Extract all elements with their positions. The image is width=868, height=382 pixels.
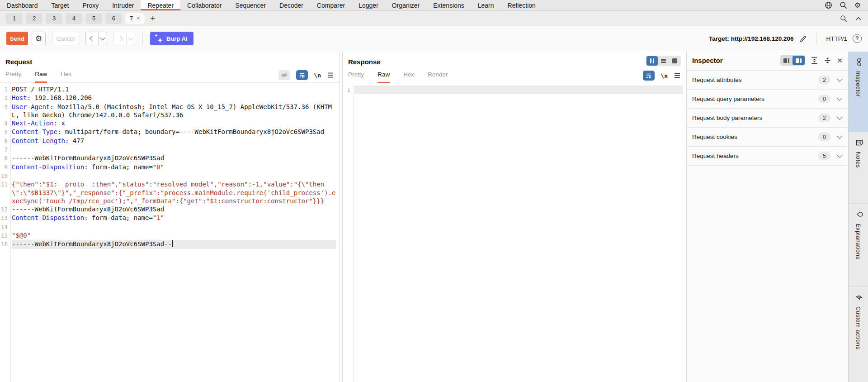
back-dropdown[interactable] — [98, 32, 107, 45]
menubar-item-sequencer[interactable]: Sequencer — [228, 0, 273, 10]
editor-line[interactable]: 1POST / HTTP/1.1 — [0, 85, 340, 94]
help-icon[interactable]: ? — [853, 34, 862, 43]
menubar-item-organizer[interactable]: Organizer — [385, 0, 426, 10]
menu-icon[interactable] — [674, 72, 681, 79]
globe-icon[interactable] — [825, 1, 832, 9]
repeater-tab-5[interactable]: 5 — [85, 13, 102, 24]
dock-right-button[interactable] — [793, 56, 805, 65]
menubar-item-logger[interactable]: Logger — [352, 0, 385, 10]
request-tab-pretty[interactable]: Pretty — [5, 71, 21, 82]
response-title: Response — [348, 56, 381, 66]
tab-label: 6 — [112, 15, 115, 22]
word-wrap-toggle[interactable] — [296, 70, 308, 80]
editor-line[interactable]: 9Content-Disposition: form-data; name="0… — [0, 163, 340, 172]
protocol-label[interactable]: HTTP/1 — [826, 35, 847, 42]
editor-line[interactable]: 4Next-Action: x — [0, 119, 340, 128]
send-button[interactable]: Send — [6, 32, 28, 45]
layout-tabs-button[interactable] — [669, 56, 680, 66]
menubar-item-decoder[interactable]: Decoder — [273, 0, 310, 10]
inspector-header-icons: ✕ — [780, 55, 843, 66]
layout-rows-button[interactable] — [658, 56, 669, 66]
back-button[interactable] — [86, 32, 98, 45]
dock-left-button[interactable] — [780, 56, 793, 65]
request-tab-raw[interactable]: Raw — [35, 71, 47, 83]
chevron-up-icon[interactable] — [855, 16, 862, 21]
editor-line[interactable]: 5Content-Type: multipart/form-data; boun… — [0, 128, 340, 136]
request-editor[interactable]: 1POST / HTTP/1.12Host: 192.168.120.2063U… — [0, 83, 340, 382]
pencil-icon[interactable] — [799, 34, 807, 43]
expand-all-icon[interactable] — [811, 57, 818, 64]
response-editor[interactable]: 1 — [343, 83, 686, 382]
sidebar-tab-custom-actions[interactable]: Custom actions — [849, 287, 868, 373]
menubar-item-dashboard[interactable]: Dashboard — [0, 0, 45, 10]
repeater-tab-4[interactable]: 4 — [66, 13, 82, 24]
editor-line[interactable]: 13Content-Disposition: form-data; name="… — [0, 214, 340, 222]
menu-icon[interactable] — [327, 72, 334, 78]
line-number: 6 — [0, 137, 8, 145]
gear-icon[interactable]: ⚙ — [854, 1, 861, 10]
tab-label: 3 — [52, 15, 56, 22]
editor-line[interactable]: 16------WebKitFormBoundaryx8jO2oVc6SWP3S… — [0, 240, 340, 248]
close-icon[interactable]: ✕ — [136, 15, 140, 21]
editor-line[interactable]: 3User-Agent: Mozilla/5.0 (Macintosh; Int… — [0, 103, 340, 119]
menubar-item-comparer[interactable]: Comparer — [310, 0, 352, 10]
request-tab-hex[interactable]: Hex — [61, 71, 71, 82]
menubar-item-collaborator[interactable]: Collaborator — [180, 0, 228, 10]
cancel-button[interactable]: Cancel — [52, 32, 79, 45]
line-content: Host: 192.168.120.206 — [12, 94, 336, 102]
editor-line[interactable]: 7 — [0, 145, 340, 154]
main-area: Request PrettyRawHex \n 1POST / HTTP/1.1… — [0, 52, 868, 382]
layout-columns-button[interactable] — [646, 56, 658, 66]
editor-line[interactable]: 12------WebKitFormBoundaryx8jO2oVc6SWP3S… — [0, 205, 340, 214]
show-newlines-button[interactable]: \n — [660, 72, 668, 79]
forward-button[interactable] — [114, 32, 126, 45]
menubar-item-proxy[interactable]: Proxy — [75, 0, 105, 10]
close-icon[interactable]: ✕ — [837, 57, 843, 65]
repeater-tab-1[interactable]: 1 — [6, 13, 23, 24]
editor-line[interactable]: 1 — [343, 86, 686, 94]
repeater-tab-2[interactable]: 2 — [26, 13, 42, 24]
menubar-item-intruder[interactable]: Intruder — [105, 0, 141, 10]
repeater-tab-7[interactable]: 7✕ — [125, 13, 145, 24]
line-number: 1 — [0, 85, 8, 94]
repeater-tab-6[interactable]: 6 — [105, 13, 122, 24]
inspector-section-request-attributes[interactable]: Request attributes 2 — [687, 71, 848, 90]
search-icon[interactable] — [840, 1, 847, 9]
menubar-item-target[interactable]: Target — [45, 0, 76, 10]
collapse-all-icon[interactable] — [824, 57, 831, 64]
inspector-section-request-body-parameters[interactable]: Request body parameters 2 — [687, 109, 848, 128]
response-tab-hex[interactable]: Hex — [403, 71, 414, 83]
editor-line[interactable]: 10 — [0, 172, 340, 180]
sidebar-tab-inspector[interactable]: Inspector — [849, 52, 868, 132]
burp-ai-button[interactable]: ✦✦ Burp AI — [150, 32, 193, 45]
menubar-item-learn[interactable]: Learn — [471, 0, 501, 10]
word-wrap-toggle[interactable] — [643, 71, 655, 81]
history-forward-group — [113, 32, 135, 45]
hide-nonprintable-button[interactable] — [278, 70, 290, 80]
send-settings-button[interactable]: ⚙ — [32, 32, 46, 45]
forward-dropdown[interactable] — [126, 32, 135, 45]
menubar-item-repeater[interactable]: Repeater — [141, 0, 180, 10]
repeater-tab-3[interactable]: 3 — [46, 13, 62, 24]
line-content: ------WebKitFormBoundaryx8jO2oVc6SWP3Sad — [12, 154, 336, 162]
editor-line[interactable]: 2Host: 192.168.120.206 — [0, 94, 340, 102]
new-tab-button[interactable]: + — [150, 14, 155, 23]
inspector-section-request-headers[interactable]: Request headers 5 — [687, 147, 848, 166]
response-tab-raw[interactable]: Raw — [377, 71, 390, 83]
inspector-section-request-cookies[interactable]: Request cookies 0 — [687, 128, 848, 147]
editor-line[interactable]: 8------WebKitFormBoundaryx8jO2oVc6SWP3Sa… — [0, 154, 340, 162]
search-icon[interactable] — [840, 15, 847, 22]
editor-line[interactable]: 14 — [0, 223, 340, 231]
response-tab-pretty[interactable]: Pretty — [348, 71, 364, 83]
menubar-item-reflection[interactable]: Reflection — [501, 0, 542, 10]
inspector-section-request-query-parameters[interactable]: Request query parameters 0 — [687, 90, 848, 109]
wrap-icon — [298, 72, 306, 79]
show-newlines-button[interactable]: \n — [314, 72, 321, 79]
editor-line[interactable]: 6Content-Length: 477 — [0, 137, 340, 145]
sidebar-tab-explanations[interactable]: Explanations — [849, 204, 868, 287]
menubar-item-extensions[interactable]: Extensions — [426, 0, 471, 10]
response-tab-render[interactable]: Render — [428, 71, 448, 83]
editor-line[interactable]: 15"$@0" — [0, 231, 340, 240]
editor-line[interactable]: 11{"then":"$1:__proto__:then","status":"… — [0, 180, 340, 205]
sidebar-tab-notes[interactable]: Notes — [849, 132, 868, 204]
